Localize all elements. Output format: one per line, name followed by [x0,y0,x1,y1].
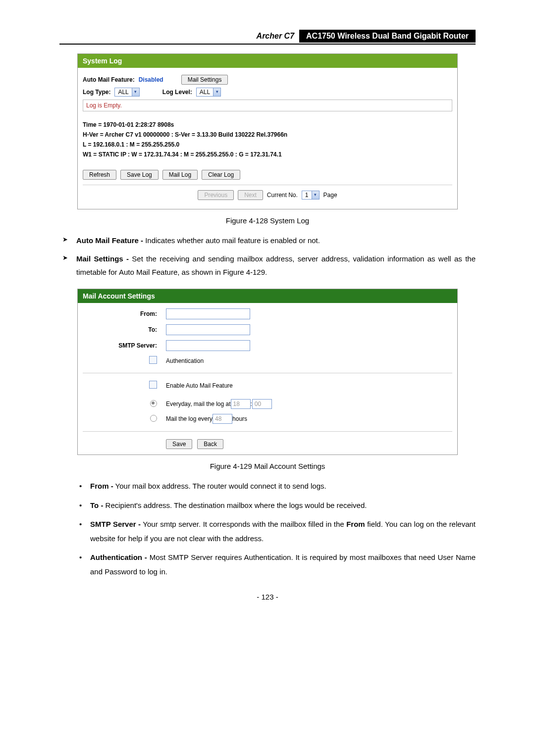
list-item: Mail Settings - Set the receiving and se… [59,252,476,279]
automail-label: Auto Mail Feature: [83,76,135,83]
log-empty-box: Log is Empty. [83,100,452,111]
current-no-select[interactable]: 1 ▾ [302,191,320,200]
mail-settings-button[interactable]: Mail Settings [181,75,228,85]
list-item: SMTP Server - Your smtp server. It corre… [77,517,476,546]
item-lead: To - [90,501,103,509]
smtp-label: SMTP Server: [83,342,166,349]
system-log-title: System Log [78,54,457,68]
field-desc-list: From - Your mail box address. The router… [77,479,476,579]
mail-account-screenshot: Mail Account Settings From: To: SMTP Ser… [77,289,458,455]
mail-account-title: Mail Account Settings [78,289,457,303]
item-lead: Auto Mail Feature - [76,236,143,245]
save-button[interactable]: Save [166,439,192,449]
list-item: Authentication - Most SMTP Server requir… [77,551,476,579]
figure-caption-2: Figure 4-129 Mail Account Settings [59,462,476,470]
next-button[interactable]: Next [238,190,263,200]
chevron-down-icon: ▾ [213,88,220,96]
from-label: From: [83,310,166,317]
clearlog-button[interactable]: Clear Log [202,170,240,180]
previous-button[interactable]: Previous [198,190,234,200]
list-item: To - Recipient's address. The destinatio… [77,499,476,513]
item-lead: Mail Settings - [76,254,129,263]
item-lead: SMTP Server - [90,520,141,528]
device-label: AC1750 Wireless Dual Band Gigabit Router [299,30,476,43]
maillog-button[interactable]: Mail Log [162,170,198,180]
chevron-down-icon: ▾ [132,88,139,96]
logtype-select[interactable]: ALL ▾ [114,88,139,97]
item-text: Most SMTP Server requires Authentication… [90,553,476,576]
auth-label: Authentication [166,357,204,364]
loglevel-label: Log Level: [162,89,192,96]
item-text: Your mail box address. The router would … [113,482,326,490]
item-text: Indicates whether auto mail feature is e… [143,236,320,245]
everyday-radio[interactable] [150,400,157,407]
item-text: Your smtp server. It corresponds with th… [141,520,346,528]
everyday-min-field[interactable] [252,399,272,409]
smtp-field[interactable] [166,340,250,351]
auth-checkbox[interactable] [149,356,157,364]
sys-line-lan: L = 192.168.0.1 : M = 255.255.255.0 [83,141,452,148]
back-button[interactable]: Back [197,439,223,449]
logtype-value: ALL [115,88,131,96]
model-label: Archer C7 [252,30,299,43]
automail-value: Disabled [139,76,163,83]
to-label: To: [83,326,166,333]
interval-text-suf: hours [232,415,247,422]
feature-list: Auto Mail Feature - Indicates whether au… [59,234,476,279]
from-field[interactable] [166,308,250,319]
loglevel-value: ALL [197,88,213,96]
savelog-button[interactable]: Save Log [120,170,159,180]
logtype-label: Log Type: [83,89,110,96]
sys-line-time: Time = 1970-01-01 2:28:27 8908s [83,121,452,128]
current-no-label: Current No. [267,192,298,199]
page-number: - 123 - [59,593,476,601]
interval-hours-field[interactable] [213,414,232,424]
everyday-text: Everyday, mail the log at [166,401,231,407]
page-label: Page [323,192,337,199]
system-log-screenshot: System Log Auto Mail Feature: Disabled M… [77,53,458,209]
item-lead: Authentication - [90,553,147,561]
sys-line-wan: W1 = STATIC IP : W = 172.31.74.34 : M = … [83,151,452,158]
everyday-hour-field[interactable] [231,399,251,409]
enable-label: Enable Auto Mail Feature [166,382,233,389]
refresh-button[interactable]: Refresh [83,170,116,180]
item-text: Set the receiving and sending mailbox ad… [76,254,476,276]
item-text: Recipient's address. The destination mai… [103,501,367,509]
interval-radio[interactable] [150,415,157,422]
to-field[interactable] [166,324,250,335]
loglevel-select[interactable]: ALL ▾ [196,88,221,97]
sys-line-ver: H-Ver = Archer C7 v1 00000000 : S-Ver = … [83,131,452,138]
item-lead: From - [90,482,113,490]
figure-caption-1: Figure 4-128 System Log [59,216,476,225]
item-bold: From [346,520,365,528]
chevron-down-icon: ▾ [312,191,319,199]
current-no-value: 1 [302,191,312,199]
list-item: Auto Mail Feature - Indicates whether au… [59,234,476,247]
list-item: From - Your mail box address. The router… [77,479,476,494]
interval-text-pre: Mail the log every [166,415,213,422]
page-header: Archer C7 AC1750 Wireless Dual Band Giga… [59,30,476,45]
enable-checkbox[interactable] [149,381,157,389]
